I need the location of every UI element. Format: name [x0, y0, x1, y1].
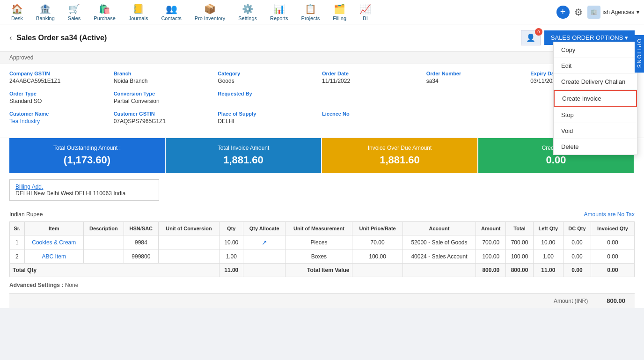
nav-label-journals: Journals: [129, 15, 148, 21]
back-button[interactable]: ‹: [9, 34, 12, 42]
cell-amount: 700.00: [476, 235, 506, 250]
dropdown-menu: CopyEditCreate Delivery ChallanCreate In…: [553, 42, 637, 155]
amount-footer: Amount (INR) 800.00: [9, 293, 635, 308]
nav-label-desk: Desk: [11, 15, 23, 21]
col-left-qty: Left Qty: [533, 222, 563, 235]
field-place-of-supply: Place of Supply DELHI: [218, 111, 322, 125]
field-licence-no: Licence No: [322, 111, 426, 125]
sales-icon: 🛒: [68, 3, 80, 15]
table-header: Sr. Item Description HSN/SAC Unit of Con…: [10, 222, 635, 235]
dropdown-item-edit[interactable]: Edit: [554, 58, 637, 74]
dropdown-item-stop[interactable]: Stop: [554, 107, 637, 123]
dropdown-item-void[interactable]: Void: [554, 123, 637, 139]
dropdown-item-create-delivery-challan[interactable]: Create Delivery Challan: [554, 74, 637, 90]
card-invoice: Total Invoice Amount 1,881.60: [166, 138, 321, 173]
cell-amount: 100.00: [476, 250, 506, 264]
total-invoiced-qty: 0.00: [591, 264, 634, 277]
nav-label-sales: Sales: [68, 15, 81, 21]
nav-label-settings: Settings: [238, 15, 257, 21]
settings-icon: ⚙️: [242, 3, 254, 15]
card-outstanding: Total Outstanding Amount : (1,173.60): [9, 138, 165, 173]
nav-item-pro-inventory[interactable]: 📦 Pro Inventory: [188, 0, 232, 24]
avatar: 🏢: [587, 6, 600, 19]
cell-left-qty: 1.00: [533, 250, 563, 264]
fields-row-2: Order Type Standard SO Conversion Type P…: [9, 91, 635, 104]
cell-item[interactable]: Cookies & Cream: [24, 235, 83, 250]
cell-hsn: 999800: [124, 250, 158, 264]
nav-item-desk[interactable]: 🏠 Desk: [5, 0, 29, 24]
field-branch: Branch Noida Branch: [114, 71, 218, 84]
billing-address-link[interactable]: Billing Add.: [15, 184, 43, 190]
amount-footer-value: 800.00: [607, 297, 625, 304]
settings-gear-icon[interactable]: ⚙: [574, 7, 583, 18]
dropdown-item-delete[interactable]: Delete: [554, 139, 637, 154]
purchase-icon: 🛍️: [99, 3, 110, 15]
cell-invoiced-qty: 0.00: [591, 250, 634, 264]
col-unit-conversion: Unit of Conversion: [158, 222, 220, 235]
cell-sr: 2: [10, 250, 25, 264]
nav-label-filling: Filling: [333, 15, 346, 21]
nav-label-bi: BI: [363, 15, 367, 21]
cell-account: 40024 - Sales Account: [402, 250, 476, 264]
field-order-type: Order Type Standard SO: [9, 91, 114, 104]
cell-uom: Pieces: [285, 235, 352, 250]
nav-item-journals[interactable]: 📒 Journals: [122, 0, 155, 24]
nav-item-filling[interactable]: 🗂️ Filling: [326, 0, 353, 24]
user-menu[interactable]: 🏢 ish Agencies ▾: [587, 6, 639, 19]
billing-section: Billing Add. DELHI New Delhi West DELHI …: [0, 179, 644, 207]
nav-item-reports[interactable]: 📊 Reports: [263, 0, 295, 24]
col-dc-qty: DC Qty: [563, 222, 591, 235]
nav-label-purchase: Purchase: [94, 15, 115, 21]
bi-icon: 📈: [359, 3, 371, 15]
contacts-icon: 👥: [166, 3, 177, 15]
nav-item-banking[interactable]: 🏦 Banking: [29, 0, 61, 24]
journals-icon: 📒: [132, 3, 144, 15]
cell-qty-allocate[interactable]: ↗: [243, 235, 285, 250]
nav-label-contacts: Contacts: [161, 15, 181, 21]
order-table: Sr. Item Description HSN/SAC Unit of Con…: [9, 221, 635, 277]
total-qty-allocate: [243, 264, 285, 277]
summary-cards: Total Outstanding Amount : (1,173.60) To…: [0, 138, 644, 179]
nav-item-contacts[interactable]: 👥 Contacts: [154, 0, 188, 24]
cell-hsn: 9984: [124, 235, 158, 250]
col-qty: Qty: [220, 222, 243, 235]
desk-icon: 🏠: [11, 3, 23, 15]
field-customer-gstin: Customer GSTIN 07AQSPS7965G1Z1: [114, 111, 218, 125]
fields-row-3: Customer Name Tea Industry Customer GSTI…: [9, 111, 635, 125]
total-dc-qty: 0.00: [563, 264, 591, 277]
col-invoiced-qty: Invoiced Qty: [591, 222, 634, 235]
cell-item[interactable]: ABC Item: [24, 250, 83, 264]
main-content: ‹ Sales Order sa34 (Active) 👤 0 SALES OR…: [0, 24, 644, 308]
nav-item-settings[interactable]: ⚙️ Settings: [232, 0, 263, 24]
fields-section: Company GSTIN 24AABCA5951E1Z1 Branch Noi…: [0, 64, 644, 138]
qty-allocate-link[interactable]: ↗: [262, 239, 267, 246]
cell-dc-qty: 0.00: [563, 250, 591, 264]
billing-address-text: DELHI New Delhi West DELHI 110063 India: [15, 190, 153, 197]
amounts-note: Amounts are No Tax: [584, 211, 635, 218]
cell-total: 700.00: [506, 235, 533, 250]
banking-icon: 🏦: [39, 3, 51, 15]
add-button[interactable]: +: [556, 6, 570, 19]
nav-item-bi[interactable]: 📈 BI: [353, 0, 378, 24]
field-category: Category Goods: [218, 71, 322, 84]
nav-item-projects[interactable]: 📋 Projects: [295, 0, 327, 24]
nav-item-sales[interactable]: 🛒 Sales: [61, 0, 88, 24]
field-company-gstin: Company GSTIN 24AABCA5951E1Z1: [9, 71, 114, 84]
customer-name-link[interactable]: Tea Industry: [9, 118, 104, 125]
cell-qty: 10.00: [220, 235, 243, 250]
dropdown-item-create-invoice[interactable]: Create Invoice: [554, 90, 637, 107]
col-total: Total: [506, 222, 533, 235]
total-account: [402, 264, 476, 277]
table-section: Indian Rupee Amounts are No Tax Sr. Item…: [0, 207, 644, 277]
dropdown-item-copy[interactable]: Copy: [554, 42, 637, 58]
options-vertical-tab[interactable]: OPTIONS: [635, 35, 644, 73]
status-bar: Approved: [0, 51, 644, 64]
nav-label-reports: Reports: [270, 15, 288, 21]
total-item-label: Total Item Value: [285, 264, 352, 277]
total-label: Total Qty: [10, 264, 220, 277]
reports-icon: 📊: [273, 3, 285, 15]
field-empty: [322, 91, 426, 104]
cell-uom: Boxes: [285, 250, 352, 264]
nav-item-purchase[interactable]: 🛍️ Purchase: [87, 0, 122, 24]
col-unit-price: Unit Price/Rate: [352, 222, 402, 235]
